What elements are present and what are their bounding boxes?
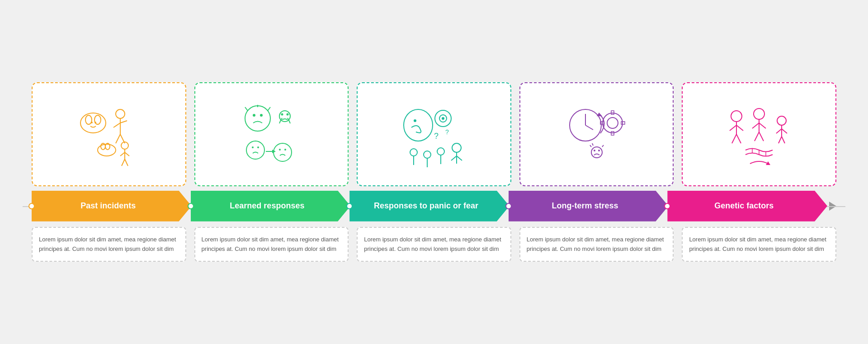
svg-line-81: [759, 132, 764, 141]
svg-line-67: [590, 145, 591, 147]
genetic-factors-icon: [723, 98, 795, 170]
desc-past-incidents: Lorem ipsum dolor sit dim amet, mea regi…: [32, 227, 186, 262]
card-responses-panic: ? ?: [357, 82, 511, 186]
svg-line-80: [755, 132, 759, 141]
svg-point-34: [284, 149, 286, 151]
svg-line-17: [125, 152, 129, 156]
svg-point-11: [98, 144, 116, 156]
card-past-incidents: [32, 82, 186, 186]
arrow-long-term-stress: Long-term stress: [509, 191, 669, 221]
svg-point-46: [424, 151, 431, 158]
desc-learned-responses: Lorem ipsum dolor sit dim amet, mea regi…: [194, 227, 349, 262]
svg-point-30: [252, 146, 254, 148]
svg-point-27: [281, 113, 283, 115]
desc-genetic-factors: Lorem ipsum dolor sit dim amet, mea regi…: [682, 227, 836, 262]
svg-line-74: [732, 134, 736, 143]
svg-point-37: [404, 109, 433, 141]
arrow-long-term-stress-label: Long-term stress: [552, 201, 618, 211]
arrow-timeline: Past incidents Learned responses Respons…: [23, 191, 845, 221]
arrow-genetic-factors: Genetic factors: [667, 191, 827, 221]
svg-point-29: [246, 141, 264, 159]
svg-line-53: [457, 156, 462, 160]
svg-point-58: [603, 113, 623, 133]
arrow-learned-responses-label: Learned responses: [230, 201, 304, 211]
svg-line-73: [736, 125, 743, 131]
svg-line-52: [451, 156, 457, 160]
svg-point-70: [731, 111, 742, 122]
svg-line-72: [730, 125, 736, 131]
svg-point-5: [116, 109, 125, 118]
dot-responses-panic: [346, 203, 353, 209]
arrow-genetic-factors-container: Genetic factors: [667, 191, 827, 221]
arrow-learned-responses-container: Learned responses: [191, 191, 351, 221]
svg-line-69: [602, 145, 604, 147]
svg-point-44: [410, 149, 417, 156]
svg-point-22: [260, 114, 263, 117]
arrow-learned-responses: Learned responses: [191, 191, 351, 221]
svg-line-16: [120, 152, 125, 156]
arrow-long-term-stress-container: Long-term stress: [509, 191, 669, 221]
svg-point-59: [607, 118, 618, 128]
svg-line-68: [592, 143, 593, 146]
card-long-term-stress: [519, 82, 674, 186]
svg-point-65: [594, 150, 595, 151]
svg-line-18: [122, 159, 125, 166]
arrow-genetic-factors-label: Genetic factors: [714, 201, 774, 211]
svg-point-33: [279, 149, 281, 151]
svg-line-84: [776, 129, 782, 133]
arrow-past-incidents-container: Past incidents: [32, 191, 192, 221]
description-row: Lorem ipsum dolor sit dim amet, mea regi…: [23, 227, 845, 262]
past-incidents-icon: [73, 98, 145, 170]
svg-text:?: ?: [445, 128, 449, 136]
long-term-stress-icon: [561, 98, 633, 170]
svg-point-64: [591, 147, 602, 158]
svg-point-48: [437, 148, 444, 155]
arrow-responses-panic-label: Responses to panic or fear: [374, 201, 478, 211]
svg-point-76: [754, 108, 764, 119]
svg-line-78: [752, 123, 759, 128]
svg-point-38: [414, 119, 416, 122]
svg-point-41: [442, 117, 444, 120]
svg-point-50: [452, 143, 461, 152]
infographic: ? ?: [23, 14, 845, 330]
svg-line-85: [782, 129, 787, 133]
svg-line-79: [759, 123, 766, 128]
svg-text:?: ?: [434, 132, 439, 141]
svg-point-4: [94, 122, 96, 123]
svg-line-86: [778, 137, 782, 143]
svg-line-56: [585, 125, 593, 130]
dot-learned-responses: [188, 203, 194, 209]
svg-point-32: [274, 143, 292, 161]
svg-point-3: [91, 122, 93, 123]
card-learned-responses: [194, 82, 349, 186]
svg-point-20: [245, 106, 270, 131]
svg-line-23: [245, 107, 248, 111]
svg-point-66: [598, 150, 600, 151]
svg-point-31: [257, 146, 259, 148]
svg-line-25: [268, 107, 270, 111]
card-genetic-factors: [682, 82, 836, 186]
svg-line-87: [782, 137, 785, 143]
svg-point-0: [80, 113, 106, 133]
desc-long-term-stress: Lorem ipsum dolor sit dim amet, mea regi…: [519, 227, 674, 262]
svg-line-19: [125, 159, 128, 166]
responses-panic-icon: ? ?: [398, 98, 470, 170]
dot-past-incidents: [28, 203, 35, 209]
arrow-past-incidents: Past incidents: [32, 191, 192, 221]
svg-line-8: [120, 121, 127, 123]
learned-responses-icon: [235, 98, 307, 170]
svg-point-82: [777, 116, 786, 125]
svg-line-75: [736, 134, 741, 143]
dot-long-term-stress: [505, 203, 512, 209]
cards-row: ? ?: [23, 82, 845, 186]
arrow-responses-panic: Responses to panic or fear: [349, 191, 509, 221]
svg-line-9: [116, 134, 120, 143]
svg-line-7: [113, 123, 120, 127]
svg-point-1: [85, 115, 92, 124]
desc-responses-panic: Lorem ipsum dolor sit dim amet, mea regi…: [357, 227, 511, 262]
arrow-past-incidents-label: Past incidents: [80, 201, 136, 211]
svg-point-28: [287, 113, 289, 115]
arrow-responses-panic-container: Responses to panic or fear: [349, 191, 509, 221]
dot-genetic-factors: [664, 203, 670, 209]
svg-point-21: [253, 114, 255, 117]
